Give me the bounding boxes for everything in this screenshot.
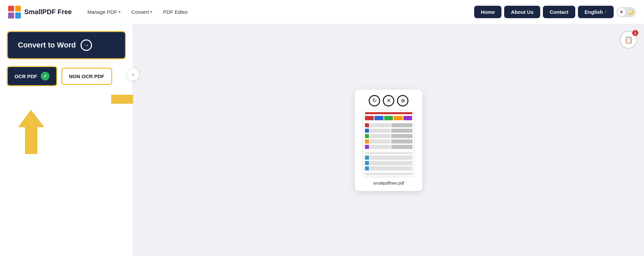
- header: SmallPDF Free Manage PDF ▾ Convert ▾ PDF…: [0, 0, 644, 24]
- thumb-row-1: [365, 123, 412, 127]
- pdf-preview-card: ↻ ✕ ⊕: [355, 90, 422, 191]
- thumb-row-4: [365, 139, 412, 143]
- logo-cell-orange: [15, 6, 21, 12]
- convert-to-word-button[interactable]: Convert to Word →: [7, 31, 126, 59]
- thumb-row-7: [365, 161, 412, 165]
- pdf-refresh-button[interactable]: ↻: [369, 95, 380, 106]
- pdf-zoom-button[interactable]: ⊕: [397, 95, 408, 106]
- pdf-filename: smallpdffree.pdf: [373, 181, 404, 186]
- pdf-close-button[interactable]: ✕: [383, 95, 394, 106]
- convert-label: Convert: [131, 9, 149, 15]
- logo-cell-purple: [8, 12, 14, 19]
- about-us-button[interactable]: About Us: [504, 6, 540, 18]
- toggle-knob: ☀: [617, 8, 625, 16]
- thumb-color-row-1: [365, 116, 412, 121]
- thumb-row-6: [365, 156, 412, 160]
- thumb-row-5: [365, 145, 412, 149]
- thumb-cell-orange: [394, 116, 403, 121]
- thumb-title-bar: [365, 112, 412, 114]
- ocr-pdf-label: OCR PDF: [14, 73, 37, 79]
- main-nav: Manage PDF ▾ Convert ▾ PDF Editor: [83, 6, 474, 18]
- logo-area: SmallPDF Free: [8, 6, 72, 19]
- theme-toggle[interactable]: ☀ 🌙: [616, 7, 636, 17]
- home-button[interactable]: Home: [474, 6, 502, 18]
- nav-convert[interactable]: Convert ▾: [127, 6, 157, 18]
- collapse-icon: ‹: [132, 71, 134, 77]
- contact-button[interactable]: Contact: [543, 6, 575, 18]
- manage-pdf-chevron: ▾: [119, 10, 121, 14]
- manage-pdf-label: Manage PDF: [87, 9, 117, 15]
- thumb-section-bar: [365, 152, 412, 154]
- thumb-cell-blue: [374, 116, 384, 121]
- pdf-editor-label: PDF Editor: [163, 9, 188, 15]
- thumb-row-8: [365, 166, 412, 170]
- thumb-footer-bar: [365, 173, 412, 175]
- left-panel: Convert to Word → ‹ OCR PDF ✓ NON OCR PD…: [0, 24, 133, 256]
- ocr-pdf-button[interactable]: OCR PDF ✓: [7, 66, 57, 86]
- logo-cell-red: [8, 6, 14, 12]
- logo-text: SmallPDF Free: [24, 8, 72, 16]
- convert-chevron: ▾: [150, 10, 152, 14]
- nav-pdf-editor[interactable]: PDF Editor: [158, 6, 192, 18]
- collapse-panel-button[interactable]: ‹: [127, 68, 140, 81]
- pdf-thumb-inner: [363, 110, 415, 177]
- pdf-card-actions: ↻ ✕ ⊕: [369, 95, 408, 106]
- thumb-cell-purple: [403, 116, 412, 121]
- notification-count: 1: [632, 30, 638, 36]
- nav-manage-pdf[interactable]: Manage PDF ▾: [83, 6, 125, 18]
- notification-badge[interactable]: 📋 1: [620, 31, 637, 49]
- thumb-row-3: [365, 134, 412, 138]
- non-ocr-pdf-label: NON OCR PDF: [69, 73, 104, 79]
- language-chevron: ▾: [605, 10, 607, 14]
- language-label: English: [585, 9, 603, 15]
- thumb-cell-red: [365, 116, 374, 121]
- ocr-check-icon: ✓: [41, 72, 50, 81]
- close-icon: ✕: [387, 97, 391, 104]
- language-button[interactable]: English ▾: [578, 6, 614, 18]
- notification-circle: 📋 1: [620, 31, 637, 49]
- convert-to-word-label: Convert to Word: [18, 41, 76, 50]
- convert-circle-arrow-icon: →: [81, 39, 92, 51]
- logo-cell-blue: [15, 12, 21, 19]
- non-ocr-pdf-button[interactable]: NON OCR PDF: [61, 68, 112, 85]
- logo-icon: [8, 6, 21, 19]
- svg-marker-1: [19, 110, 44, 154]
- zoom-icon: ⊕: [401, 97, 405, 104]
- pdf-thumbnail: [363, 110, 415, 177]
- thumb-cell-green: [384, 116, 393, 121]
- header-right: Home About Us Contact English ▾ ☀ 🌙: [474, 6, 636, 18]
- notification-icon: 📋: [624, 36, 633, 44]
- refresh-icon: ↻: [372, 97, 377, 104]
- thumb-row-2: [365, 129, 412, 133]
- main-layout: Convert to Word → ‹ OCR PDF ✓ NON OCR PD…: [0, 24, 644, 256]
- right-panel: ↻ ✕ ⊕: [133, 24, 644, 256]
- moon-icon: 🌙: [628, 9, 634, 15]
- arrow-up-annotation: [19, 110, 44, 155]
- ocr-options: OCR PDF ✓ NON OCR PDF: [7, 66, 126, 86]
